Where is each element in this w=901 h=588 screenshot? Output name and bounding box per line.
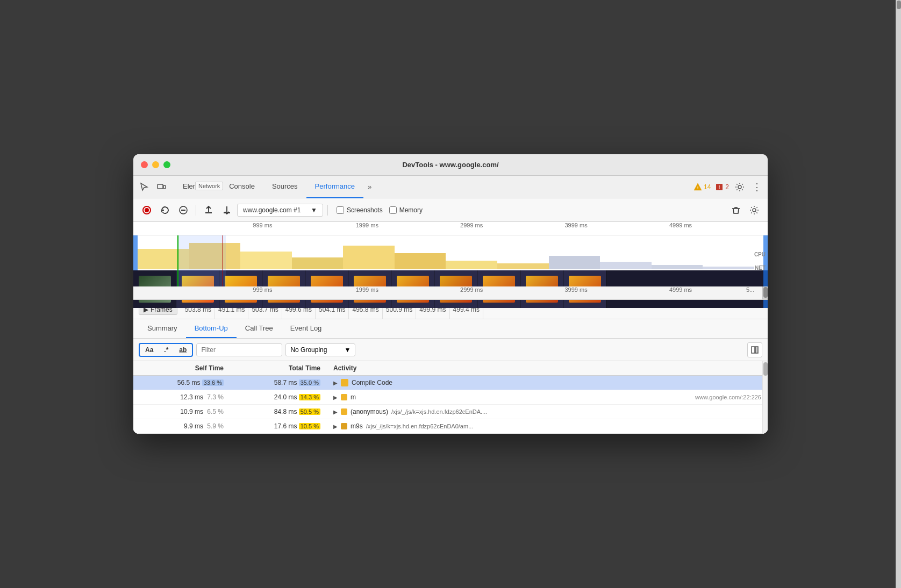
clear-button[interactable] bbox=[175, 202, 191, 218]
activity-url-1: www.google.com/:22:226 bbox=[695, 394, 761, 400]
analysis-tabs: Summary Bottom-Up Call Tree Event Log bbox=[133, 319, 768, 339]
performance-table: Self Time Total Time Activity 56.5 ms 33… bbox=[133, 361, 768, 434]
network-label: Network bbox=[195, 182, 223, 190]
data-table-container: Self Time Total Time Activity 56.5 ms 33… bbox=[133, 361, 768, 434]
activity-icon-0 bbox=[341, 379, 348, 386]
tab-performance[interactable]: Performance bbox=[306, 176, 363, 198]
maximize-button[interactable] bbox=[163, 161, 170, 168]
table-scrollbar[interactable] bbox=[762, 361, 768, 434]
expand-arrow-1[interactable]: ▶ bbox=[333, 395, 338, 400]
svg-rect-0 bbox=[158, 184, 163, 189]
table-scrollbar-thumb bbox=[763, 362, 768, 376]
device-icon[interactable] bbox=[155, 181, 168, 193]
svg-text:!: ! bbox=[697, 185, 699, 190]
timeline-cursor bbox=[222, 235, 223, 286]
capture-settings-button[interactable] bbox=[746, 202, 762, 218]
tab-more[interactable]: » bbox=[363, 183, 376, 191]
table-header: Self Time Total Time Activity bbox=[133, 361, 768, 376]
memory-checkbox[interactable] bbox=[389, 206, 397, 214]
grouping-select[interactable]: No Grouping ▼ bbox=[285, 343, 355, 356]
memory-checkbox-label[interactable]: Memory bbox=[389, 206, 423, 214]
tab-bottom-up[interactable]: Bottom-Up bbox=[186, 319, 237, 338]
total-pct-2: 50.5 % bbox=[299, 408, 320, 415]
download-button[interactable] bbox=[219, 202, 235, 218]
toolbar-separator-1 bbox=[196, 205, 196, 216]
tab-bar-icons bbox=[138, 181, 168, 193]
tab-bar-right: ! 14 ! 2 ⋮ bbox=[693, 181, 763, 193]
table-row: 9.9 ms 5.9 % 17.6 ms 10.5 % ▶ bbox=[133, 419, 768, 434]
grouping-dropdown-icon: ▼ bbox=[344, 346, 351, 354]
tab-call-tree[interactable]: Call Tree bbox=[237, 319, 282, 338]
cell-activity-3: ▶ m9s /xjs/_/js/k=xjs.hd.en.fdzp62cEnDA0… bbox=[327, 419, 768, 434]
screenshots-checkbox[interactable] bbox=[337, 206, 344, 214]
cpu-label: CPU bbox=[754, 252, 766, 257]
activity-content-1: ▶ m www.google.com/:22:226 bbox=[333, 393, 761, 401]
error-badge: ! 2 bbox=[715, 183, 729, 191]
reload-button[interactable] bbox=[157, 202, 173, 218]
ruler-bottom-mark-3: 2999 ms bbox=[460, 286, 483, 293]
whole-word-button[interactable]: ab bbox=[174, 344, 192, 356]
activity-url-3: /xjs/_/js/k=xjs.hd.en.fdzp62cEnDA0/am... bbox=[366, 423, 474, 429]
tab-sources[interactable]: Sources bbox=[263, 176, 306, 198]
expand-arrow-2[interactable]: ▶ bbox=[333, 409, 338, 415]
record-button[interactable] bbox=[139, 202, 155, 218]
activity-icon-3 bbox=[341, 423, 347, 429]
activity-name-2: (anonymous) bbox=[351, 408, 388, 415]
filter-row-right bbox=[747, 342, 762, 357]
match-case-button[interactable]: Aa bbox=[140, 344, 159, 356]
upload-button[interactable] bbox=[201, 202, 217, 218]
tab-console[interactable]: Console bbox=[220, 176, 263, 198]
cell-total-time-2: 84.8 ms 50.5 % bbox=[230, 405, 327, 419]
col-self-time[interactable]: Self Time bbox=[133, 361, 230, 376]
timeline-green-line bbox=[177, 235, 178, 286]
svg-rect-11 bbox=[752, 347, 755, 353]
ruler-mark-4: 3999 ms bbox=[564, 222, 587, 228]
expand-arrow-3[interactable]: ▶ bbox=[333, 424, 338, 429]
regex-button[interactable]: .* bbox=[159, 344, 174, 356]
cell-self-time-2: 10.9 ms 6.5 % bbox=[133, 405, 230, 419]
bottom-panel: Summary Bottom-Up Call Tree Event Log Aa… bbox=[133, 319, 768, 434]
activity-content-0: ▶ Compile Code bbox=[333, 379, 761, 386]
cell-activity-0: ▶ Compile Code bbox=[327, 376, 768, 390]
tab-event-log[interactable]: Event Log bbox=[282, 319, 331, 338]
filter-input[interactable] bbox=[196, 343, 282, 356]
cell-total-time-1: 24.0 ms 14.3 % bbox=[230, 390, 327, 405]
svg-rect-1 bbox=[163, 185, 166, 189]
activity-content-3: ▶ m9s /xjs/_/js/k=xjs.hd.en.fdzp62cEnDA0… bbox=[333, 422, 761, 430]
cell-activity-1: ▶ m www.google.com/:22:226 bbox=[327, 390, 768, 405]
warning-badge: ! 14 bbox=[693, 183, 711, 191]
delete-button[interactable] bbox=[728, 202, 744, 218]
total-pct-1: 14.3 % bbox=[299, 394, 320, 400]
activity-icon-1 bbox=[341, 394, 347, 400]
cursor-icon[interactable] bbox=[138, 181, 151, 193]
activity-name-3: m9s bbox=[351, 422, 363, 430]
ruler-bottom-mark-5: 4999 ms bbox=[669, 286, 692, 293]
close-button[interactable] bbox=[141, 161, 148, 168]
table-row: 56.5 ms 33.6 % 58.7 ms 35.0 % ▶ bbox=[133, 376, 768, 390]
cell-total-time-3: 17.6 ms 10.5 % bbox=[230, 419, 327, 434]
col-activity[interactable]: Activity bbox=[327, 361, 768, 376]
ruler-mark-3: 2999 ms bbox=[460, 222, 483, 228]
cell-total-time-0: 58.7 ms 35.0 % bbox=[230, 376, 327, 390]
tab-summary[interactable]: Summary bbox=[139, 319, 186, 338]
ruler-mark-5: 4999 ms bbox=[669, 222, 692, 228]
devtools-window: DevTools - www.google.com/ Elements Cons… bbox=[133, 154, 768, 434]
table-row: 10.9 ms 6.5 % 84.8 ms 50.5 % ▶ bbox=[133, 405, 768, 419]
ruler-bottom-mark-4: 3999 ms bbox=[564, 286, 587, 293]
total-pct-0: 35.0 % bbox=[299, 379, 320, 386]
ruler-bottom-mark-1: 999 ms bbox=[253, 286, 272, 293]
cell-self-time-0: 56.5 ms 33.6 % bbox=[133, 376, 230, 390]
more-options-icon[interactable]: ⋮ bbox=[750, 181, 763, 193]
screenshots-checkbox-label[interactable]: Screenshots bbox=[337, 206, 383, 214]
ruler-mark-1: 999 ms bbox=[253, 222, 272, 228]
settings-icon[interactable] bbox=[733, 181, 746, 193]
url-selector[interactable]: www.google.com #1 ▼ bbox=[237, 204, 323, 217]
expand-arrow-0[interactable]: ▶ bbox=[333, 380, 338, 386]
minimize-button[interactable] bbox=[152, 161, 159, 168]
toolbar-right bbox=[728, 202, 762, 218]
collapse-button[interactable] bbox=[747, 342, 762, 357]
cell-self-time-1: 12.3 ms 7.3 % bbox=[133, 390, 230, 405]
timeline-scrollbar[interactable] bbox=[762, 286, 768, 299]
table-row: 12.3 ms 7.3 % 24.0 ms 14.3 % ▶ bbox=[133, 390, 768, 405]
col-total-time[interactable]: Total Time bbox=[230, 361, 327, 376]
